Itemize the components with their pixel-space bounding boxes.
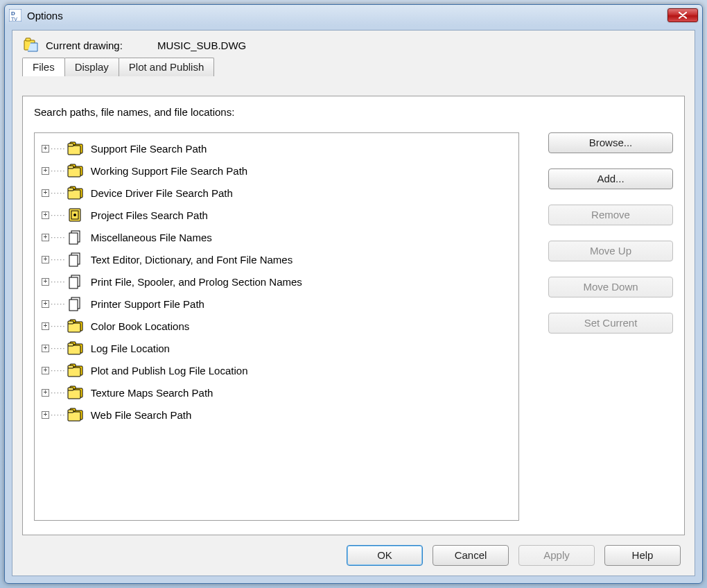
expand-icon[interactable]: + — [42, 389, 49, 397]
current-drawing-name: MUSIC_SUB.DWG — [157, 40, 246, 51]
tree-item-label: Device Driver File Search Path — [91, 187, 233, 199]
expand-icon[interactable]: + — [42, 167, 49, 175]
tree-item[interactable]: +·····Texture Maps Search Path — [35, 381, 518, 404]
svg-rect-35 — [68, 343, 73, 346]
tree-item[interactable]: +·····Project Files Search Path — [35, 204, 518, 226]
tree-connector: ····· — [51, 144, 66, 153]
expand-icon[interactable]: + — [42, 367, 49, 374]
svg-rect-7 — [68, 146, 80, 155]
browse-button[interactable]: Browse... — [548, 132, 673, 153]
tree-connector: ····· — [51, 254, 66, 264]
expand-icon[interactable]: + — [42, 234, 49, 241]
svg-rect-34 — [68, 345, 80, 354]
tree-item-label: Web File Search Path — [91, 409, 192, 421]
tree-connector: ····· — [51, 188, 66, 198]
apply-button[interactable]: Apply — [518, 545, 595, 566]
tree-connector: ····· — [51, 410, 66, 420]
expand-icon[interactable]: + — [42, 411, 49, 419]
svg-rect-42 — [68, 390, 80, 399]
dialog-buttons: OK Cancel Apply Help — [347, 545, 681, 566]
tree-item-label: Color Book Locations — [91, 320, 190, 332]
svg-rect-38 — [68, 368, 80, 377]
tree-item-label: Log File Location — [91, 343, 170, 354]
svg-rect-23 — [69, 255, 78, 266]
drawing-icon — [24, 37, 39, 53]
tab-files[interactable]: Files — [22, 58, 65, 76]
set-current-button[interactable]: Set Current — [548, 313, 673, 334]
folder-icon — [67, 363, 85, 378]
expand-icon[interactable]: + — [42, 322, 49, 330]
folder-icon — [67, 163, 85, 178]
expand-icon[interactable]: + — [42, 345, 49, 352]
svg-rect-12 — [68, 166, 73, 168]
tree-item[interactable]: +·····Support File Search Path — [35, 137, 518, 159]
folder-icon — [67, 385, 85, 400]
tree-item-label: Project Files Search Path — [91, 209, 208, 221]
svg-rect-8 — [68, 144, 73, 146]
svg-rect-16 — [68, 188, 73, 191]
tree-item[interactable]: +·····Working Support File Search Path — [35, 159, 518, 182]
remove-button[interactable]: Remove — [548, 205, 673, 225]
move-down-button[interactable]: Move Down — [548, 277, 673, 297]
folder-icon — [67, 318, 85, 334]
file-icon — [67, 230, 85, 245]
expand-icon[interactable]: + — [42, 300, 49, 308]
svg-rect-39 — [68, 365, 73, 368]
tree-view[interactable]: +·····Support File Search Path+·····Work… — [34, 132, 519, 521]
expand-icon[interactable]: + — [42, 189, 49, 197]
svg-rect-30 — [68, 323, 80, 332]
move-up-button[interactable]: Move Up — [548, 241, 673, 261]
tree-item[interactable]: +·····Miscellaneous File Names — [35, 226, 518, 248]
tree-item-label: Support File Search Path — [91, 143, 207, 155]
tree-connector: ····· — [51, 210, 66, 220]
tree-item[interactable]: +·····Plot and Publish Log File Location — [35, 359, 518, 381]
tab-plot-publish[interactable]: Plot and Publish — [119, 58, 214, 76]
tree-connector: ····· — [51, 232, 66, 242]
expand-icon[interactable]: + — [42, 145, 49, 153]
expand-icon[interactable]: + — [42, 256, 49, 263]
folder-icon — [67, 141, 85, 156]
close-button[interactable] — [667, 8, 698, 22]
cancel-button[interactable]: Cancel — [433, 545, 509, 566]
file-icon — [67, 252, 85, 267]
close-icon — [679, 12, 687, 19]
tab-panel-files: Search paths, file names, and file locat… — [22, 96, 685, 535]
folder-icon — [67, 185, 85, 200]
tree-item[interactable]: +·····Print File, Spooler, and Prolog Se… — [35, 270, 518, 293]
tree-item[interactable]: +·····Printer Support File Path — [35, 293, 518, 315]
svg-rect-31 — [68, 321, 73, 324]
help-button[interactable]: Help — [604, 545, 681, 566]
tree-connector: ····· — [51, 321, 66, 331]
tab-display[interactable]: Display — [64, 58, 119, 76]
tree-item-label: Text Editor, Dictionary, and Font File N… — [91, 254, 293, 266]
expand-icon[interactable]: + — [42, 211, 49, 219]
tree-item-label: Working Support File Search Path — [91, 165, 248, 177]
svg-rect-46 — [68, 412, 80, 421]
svg-text:D: D — [11, 10, 15, 17]
svg-rect-11 — [68, 168, 80, 177]
panel-header: Search paths, file names, and file locat… — [23, 96, 684, 125]
tree-connector: ····· — [51, 277, 66, 286]
tree-item[interactable]: +·····Color Book Locations — [35, 315, 518, 337]
titlebar: D TV Options — [5, 5, 702, 26]
tree-connector: ····· — [51, 388, 66, 397]
file-icon — [67, 274, 85, 289]
folder-icon — [67, 407, 85, 422]
svg-text:TV: TV — [11, 17, 17, 21]
expand-icon[interactable]: + — [42, 278, 49, 286]
tree-item[interactable]: +·····Log File Location — [35, 337, 518, 359]
tree-item[interactable]: +·····Text Editor, Dictionary, and Font … — [35, 248, 518, 270]
tree-item[interactable]: +·····Web File Search Path — [35, 404, 518, 426]
app-icon: D TV — [9, 9, 21, 21]
tree-item[interactable]: +·····Device Driver File Search Path — [35, 182, 518, 204]
window-title: Options — [27, 10, 63, 21]
add-button[interactable]: Add... — [548, 168, 673, 189]
project-icon — [67, 207, 85, 223]
tree-connector: ····· — [51, 166, 66, 175]
ok-button[interactable]: OK — [347, 545, 423, 566]
svg-rect-27 — [69, 300, 78, 311]
tabs: Files Display Plot and Publish — [22, 57, 695, 76]
current-drawing-row: Current drawing: MUSIC_SUB.DWG — [12, 31, 695, 57]
tree-item-label: Printer Support File Path — [91, 298, 204, 310]
folder-icon — [67, 340, 85, 356]
